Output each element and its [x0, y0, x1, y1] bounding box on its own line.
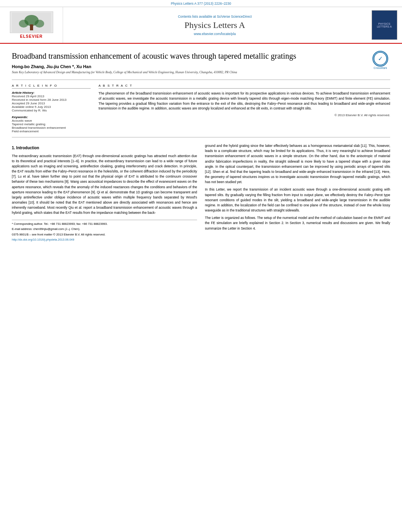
- article-history: Article History: Received 29 April 2013 …: [12, 91, 91, 112]
- footnote-corresponding: * Corresponding author. Tel.: +86 731 88…: [12, 222, 197, 226]
- keyword-1: Acoustic wave: [12, 119, 91, 122]
- available-date: Available online 5 July 2013: [12, 105, 91, 109]
- keyword-3: Broadband transmission enhancement: [12, 126, 91, 130]
- svg-point-2: [19, 20, 28, 28]
- crossmark-label: CrossMark: [374, 67, 387, 69]
- body-left-col: 1. Introduction The extraordinary acoust…: [12, 143, 197, 243]
- intro-para3: In this Letter, we report the transmissi…: [205, 187, 390, 213]
- section1-heading: 1. Introduction: [12, 145, 197, 151]
- crossmark-icon: ✓: [372, 51, 388, 67]
- keyword-2: Tapered metallic grating: [12, 122, 91, 126]
- footnote-license: 0375-9601/$ – see front matter © 2013 El…: [12, 232, 197, 237]
- footnote-email: E-mail address: chen99njiu@gmail.com (J.…: [12, 227, 197, 232]
- keywords-title: Keywords:: [12, 115, 91, 119]
- svg-text:✓: ✓: [378, 55, 383, 62]
- intro-para1: The extraordinary acoustic transmission …: [12, 154, 197, 216]
- journal-center: Contents lists available at SciVerse Sci…: [63, 7, 367, 43]
- journal-header: Physics Letters A 377 (2013) 2226–2230: [0, 0, 402, 7]
- intro-para2: ground and the hybrid grating since the …: [205, 143, 390, 185]
- article-info-label: A R T I C L E I N F O: [12, 84, 91, 89]
- journal-cover-box: PHYSICS LETTERS A: [367, 7, 402, 43]
- journal-doi[interactable]: Physics Letters A 377 (2013) 2226–2230: [171, 2, 231, 6]
- doi-link[interactable]: http://dx.doi.org/10.1016/j.physleta.201…: [12, 238, 74, 241]
- article-title: Broadband transmission enhancement of ac…: [12, 51, 367, 61]
- article-info-abstract: A R T I C L E I N F O Article History: R…: [12, 84, 390, 137]
- elsevier-label: ELSEVIER: [20, 34, 43, 39]
- abstract-label: A B S T R A C T: [99, 84, 390, 89]
- history-title: Article History:: [12, 91, 91, 95]
- communicated-by: Communicated by R. Wu: [12, 109, 91, 112]
- elsevier-image: [10, 11, 53, 33]
- crossmark-box: ✓ CrossMark: [370, 51, 390, 69]
- revised-date: Received in revised form 28 June 2013: [12, 98, 91, 102]
- main-content: Broadband transmission enhancement of ac…: [0, 44, 402, 250]
- elsevier-logo-box: ELSEVIER: [0, 7, 63, 43]
- svg-rect-4: [30, 24, 33, 30]
- svg-point-3: [35, 20, 44, 28]
- journal-url[interactable]: www.elsevier.com/locate/pla: [194, 32, 236, 36]
- copyright-text: © 2013 Elsevier B.V. All rights reserved…: [99, 113, 390, 117]
- author-names: Hong-bo Zhang, Jiu-jiu Chen *, Xu Han: [12, 64, 91, 69]
- authors: Hong-bo Zhang, Jiu-jiu Chen *, Xu Han: [12, 64, 367, 69]
- abstract-col: A B S T R A C T The phenomenon of the br…: [99, 84, 390, 133]
- accepted-date: Accepted 29 June 2013: [12, 102, 91, 105]
- body-right-col: ground and the hybrid grating since the …: [205, 143, 390, 243]
- intro-para4: The Letter is organized as follows. The …: [205, 215, 390, 231]
- keyword-4: Field enhancement: [12, 130, 91, 133]
- keywords-block: Keywords: Acoustic wave Tapered metallic…: [12, 115, 91, 133]
- journal-cover-image: PHYSICS LETTERS A: [372, 10, 397, 40]
- article-title-text: Broadband transmission enhancement of ac…: [12, 51, 367, 76]
- journal-title-main: Physics Letters A: [184, 20, 245, 30]
- footnote-area: * Corresponding author. Tel.: +86 731 88…: [12, 220, 197, 243]
- email-text[interactable]: E-mail address: chen99njiu@gmail.com (J.…: [12, 227, 80, 231]
- received-date: Received 29 April 2013: [12, 95, 91, 98]
- sciverse-link[interactable]: Contents lists available at SciVerse Sci…: [178, 15, 251, 19]
- page-wrapper: Physics Letters A 377 (2013) 2226–2230 E…: [0, 0, 402, 250]
- footnote-doi[interactable]: http://dx.doi.org/10.1016/j.physleta.201…: [12, 237, 197, 242]
- abstract-text: The phenomenon of the broadband transmis…: [99, 91, 390, 111]
- elsevier-band: ELSEVIER Contents lists available at Sci…: [0, 7, 402, 44]
- affiliation: State Key Laboratory of Advanced Design …: [12, 70, 367, 74]
- body-content: 1. Introduction The extraordinary acoust…: [12, 143, 390, 243]
- article-info-col: A R T I C L E I N F O Article History: R…: [12, 84, 91, 133]
- article-title-section: Broadband transmission enhancement of ac…: [12, 51, 390, 80]
